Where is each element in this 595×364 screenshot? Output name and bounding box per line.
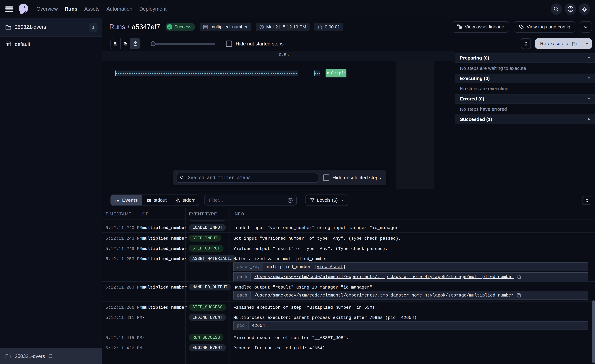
row-timestamp: 5:12:11.415 PM bbox=[106, 335, 142, 340]
metadata-value[interactable]: multiplied_number bbox=[267, 264, 312, 269]
col-header-info: INFO bbox=[234, 211, 244, 216]
zoom-slider[interactable] bbox=[151, 41, 215, 46]
view-asset-lineage-label: View asset lineage bbox=[465, 24, 504, 29]
footer-repo-name: 250321-dvers bbox=[15, 353, 45, 359]
dagster-logo[interactable] bbox=[17, 3, 29, 15]
tab-icon bbox=[115, 198, 120, 203]
row-event-type: ENGINE_EVENT bbox=[189, 314, 226, 321]
step-status-section-header[interactable]: Preparing (0) ▼ bbox=[455, 53, 595, 63]
run-header: Runs/a5347ef7 ✓ Success multiplied_numbe… bbox=[102, 18, 595, 36]
stopwatch-icon bbox=[318, 25, 323, 29]
table-row[interactable]: 5:12:11.243 PM multiplied_number STEP_IN… bbox=[102, 233, 595, 243]
table-row[interactable]: 5:12:11.415 PM - RUN_SUCCESS Finished ex… bbox=[102, 332, 595, 343]
step-status-section-header[interactable]: Succeeded (1) ▶ bbox=[455, 114, 595, 124]
reexecute-all-button[interactable]: Re-execute all (*) ▼ bbox=[535, 38, 592, 49]
copy-icon[interactable] bbox=[516, 293, 521, 298]
row-op: multiplied_number bbox=[142, 285, 187, 290]
step-search-input[interactable] bbox=[187, 175, 315, 181]
section-body: No steps are waiting to execute bbox=[455, 63, 595, 74]
hamburger-menu-icon[interactable] bbox=[5, 6, 13, 12]
table-row[interactable]: 5:12:11.249 PM multiplied_number STEP_OU… bbox=[102, 243, 595, 253]
view-tags-config-button[interactable]: View tags and config bbox=[514, 21, 575, 33]
step-status-section: Errored (0) ▼ No steps have errored bbox=[455, 94, 595, 114]
section-title: Preparing (0) bbox=[460, 55, 489, 60]
log-filter-box bbox=[204, 195, 297, 206]
levels-dropdown[interactable]: Levels (5) ▼ bbox=[305, 195, 348, 206]
step-status-section-header[interactable]: Errored (0) ▼ bbox=[455, 94, 595, 104]
table-row[interactable]: 5:12:11.263 PM multiplied_number HANDLED… bbox=[102, 282, 595, 302]
section-chevron-icon[interactable]: ▼ bbox=[588, 97, 590, 100]
nav-item[interactable]: Automation bbox=[106, 6, 132, 12]
row-event-type: STEP_OUTPUT bbox=[189, 245, 223, 252]
gantt-view-switcher bbox=[110, 38, 140, 49]
events-tab[interactable]: stdout bbox=[142, 195, 171, 206]
help-icon[interactable] bbox=[565, 3, 576, 15]
section-chevron-icon[interactable]: ▼ bbox=[588, 77, 590, 80]
copy-icon[interactable] bbox=[516, 274, 521, 279]
view-asset-lineage-button[interactable]: View asset lineage bbox=[452, 21, 509, 33]
breadcrumb: Runs/a5347ef7 bbox=[109, 23, 160, 31]
sidebar-item-default-job[interactable]: default bbox=[0, 37, 102, 51]
screen: OverviewRunsAssetsAutomationDeployment 2… bbox=[0, 0, 595, 364]
gantt-step-bar[interactable]: multipli… bbox=[326, 69, 347, 77]
events-tab[interactable]: stderr bbox=[171, 195, 199, 206]
timed-view-icon[interactable] bbox=[131, 38, 140, 49]
reexecute-dropdown-caret[interactable]: ▼ bbox=[582, 38, 592, 49]
info-text: Finished execution of run for "__ASSET_J… bbox=[234, 332, 588, 340]
view-asset-link[interactable]: View Asset bbox=[317, 264, 343, 269]
sidebar-footer[interactable]: 250321-dvers bbox=[0, 348, 102, 364]
duration-pill: 0:00:01 bbox=[314, 23, 343, 31]
repo-count-badge: 1 bbox=[89, 22, 97, 32]
section-body-text: No steps are waiting to execute bbox=[460, 65, 526, 71]
events-tab[interactable]: Events bbox=[111, 195, 142, 206]
info-metadata: path /Users/smackesey/stm/code/elementl/… bbox=[234, 291, 588, 300]
metadata-value[interactable]: /Users/smackesey/stm/code/elementl/exper… bbox=[254, 293, 514, 298]
hide-not-started-checkbox[interactable] bbox=[226, 41, 232, 47]
section-chevron-icon[interactable]: ▶ bbox=[588, 118, 590, 121]
asset-tag-pill[interactable]: multiplied_number bbox=[200, 23, 251, 31]
breadcrumb-runs-link[interactable]: Runs bbox=[109, 23, 125, 31]
gantt-waiting-bar[interactable] bbox=[115, 70, 298, 76]
clear-filter-icon[interactable] bbox=[287, 197, 293, 203]
nav-item[interactable]: Deployment bbox=[139, 6, 166, 12]
nav-item[interactable]: Overview bbox=[36, 6, 58, 12]
section-chevron-icon[interactable]: ▼ bbox=[588, 56, 590, 60]
search-icon[interactable] bbox=[551, 3, 562, 15]
metadata-entry: path /Users/smackesey/stm/code/elementl/… bbox=[234, 291, 588, 300]
view-tags-config-label: View tags and config bbox=[527, 24, 570, 29]
table-row[interactable]: 5:12:11.240 PM multiplied_number LOADED_… bbox=[102, 222, 595, 233]
table-row[interactable]: 5:12:11.411 PM - ENGINE_EVENT Multiproce… bbox=[102, 312, 595, 332]
table-row[interactable]: 5:12:11.266 PM multiplied_number STEP_SU… bbox=[102, 302, 595, 312]
refresh-icon[interactable] bbox=[48, 353, 53, 359]
table-row[interactable]: 5:12:11.426 PM - ENGINE_EVENT Process fo… bbox=[102, 343, 595, 353]
table-row[interactable]: 5:12:11.253 PM multiplied_number ASSET_M… bbox=[102, 253, 595, 282]
metadata-value[interactable]: 42654 bbox=[252, 323, 265, 328]
row-op: - bbox=[142, 315, 145, 320]
col-header-op: OP bbox=[142, 211, 149, 216]
row-op: multiplied_number bbox=[142, 246, 187, 251]
run-header-more-button[interactable] bbox=[580, 21, 592, 33]
event-type-tag: HANDLED_OUTPUT bbox=[189, 284, 231, 291]
tab-label: Events bbox=[122, 198, 138, 203]
repo-name: 250321-dvers bbox=[15, 24, 46, 30]
settings-gear-icon[interactable] bbox=[579, 3, 590, 15]
gantt-queue-segment[interactable] bbox=[314, 70, 320, 76]
nav-item[interactable]: Assets bbox=[84, 6, 99, 12]
event-type-tag: RUN_SUCCESS bbox=[189, 334, 223, 341]
metadata-value[interactable]: /Users/smackesey/stm/code/elementl/exper… bbox=[254, 274, 514, 279]
zoom-slider-knob[interactable] bbox=[151, 41, 156, 46]
waterfall-view-icon[interactable] bbox=[121, 38, 131, 49]
event-type-tag: LOADED_INPUT bbox=[189, 224, 226, 231]
nav-item[interactable]: Runs bbox=[64, 6, 77, 12]
sidebar-repo-row[interactable]: 250321-dvers 1 bbox=[0, 18, 102, 37]
job-name: default bbox=[15, 41, 30, 47]
hide-unselected-checkbox[interactable] bbox=[323, 175, 329, 181]
log-filter-input[interactable] bbox=[208, 197, 287, 203]
folder-icon bbox=[5, 353, 11, 359]
vertical-scrollbar[interactable] bbox=[592, 300, 595, 363]
gantt-sort-button[interactable] bbox=[521, 38, 531, 49]
expand-events-button[interactable] bbox=[582, 196, 591, 205]
step-status-section-header[interactable]: Executing (0) ▼ bbox=[455, 74, 595, 83]
flat-view-icon[interactable] bbox=[111, 38, 121, 49]
gantt-gridline bbox=[284, 61, 284, 189]
